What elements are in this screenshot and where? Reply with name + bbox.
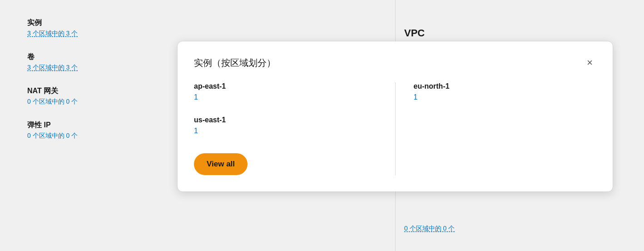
- nat-gateway-stat: NAT 网关 0 个区域中的 0 个: [27, 86, 127, 106]
- elastic-ip-label: 弹性 IP: [27, 120, 127, 130]
- view-all-button[interactable]: View all: [194, 153, 248, 175]
- region-us-east-1: us-east-1 1: [194, 116, 377, 135]
- region-us-east-1-count[interactable]: 1: [194, 127, 377, 135]
- instances-stat: 实例 3 个区域中的 3 个: [27, 18, 127, 38]
- right-panel-bottom-value[interactable]: 0 个区域中的 0 个: [404, 225, 455, 233]
- left-panel: 实例 3 个区域中的 3 个 卷 3 个区域中的 3 个 NAT 网关 0 个区…: [27, 18, 127, 233]
- volumes-value[interactable]: 3 个区域中的 3 个: [27, 64, 127, 72]
- instances-value[interactable]: 3 个区域中的 3 个: [27, 30, 127, 38]
- modal-close-button[interactable]: ×: [583, 56, 596, 70]
- region-eu-north-1: eu-north-1 1: [414, 82, 597, 101]
- regions-left-column: ap-east-1 1 us-east-1 1 View all: [194, 82, 395, 175]
- region-ap-east-1-name: ap-east-1: [194, 82, 377, 90]
- instances-by-region-modal: 实例（按区域划分） × ap-east-1 1 us-east-1 1 View…: [177, 41, 613, 192]
- elastic-ip-stat: 弹性 IP 0 个区域中的 0 个: [27, 120, 127, 140]
- elastic-ip-value[interactable]: 0 个区域中的 0 个: [27, 132, 127, 140]
- volumes-stat: 卷 3 个区域中的 3 个: [27, 52, 127, 72]
- page-background: 实例 3 个区域中的 3 个 卷 3 个区域中的 3 个 NAT 网关 0 个区…: [0, 0, 644, 251]
- nat-gateway-label: NAT 网关: [27, 86, 127, 96]
- modal-header: 实例（按区域划分） ×: [194, 56, 596, 70]
- region-us-east-1-name: us-east-1: [194, 116, 377, 124]
- modal-body: ap-east-1 1 us-east-1 1 View all eu-nort…: [194, 82, 596, 175]
- regions-right-column: eu-north-1 1: [395, 82, 597, 175]
- region-ap-east-1: ap-east-1 1: [194, 82, 377, 101]
- instances-label: 实例: [27, 18, 127, 28]
- volumes-label: 卷: [27, 52, 127, 62]
- right-panel-title: VPC: [404, 27, 425, 39]
- nat-gateway-value[interactable]: 0 个区域中的 0 个: [27, 98, 127, 106]
- region-ap-east-1-count[interactable]: 1: [194, 93, 377, 101]
- region-eu-north-1-count[interactable]: 1: [414, 93, 597, 101]
- modal-title: 实例（按区域划分）: [194, 57, 276, 69]
- region-eu-north-1-name: eu-north-1: [414, 82, 597, 90]
